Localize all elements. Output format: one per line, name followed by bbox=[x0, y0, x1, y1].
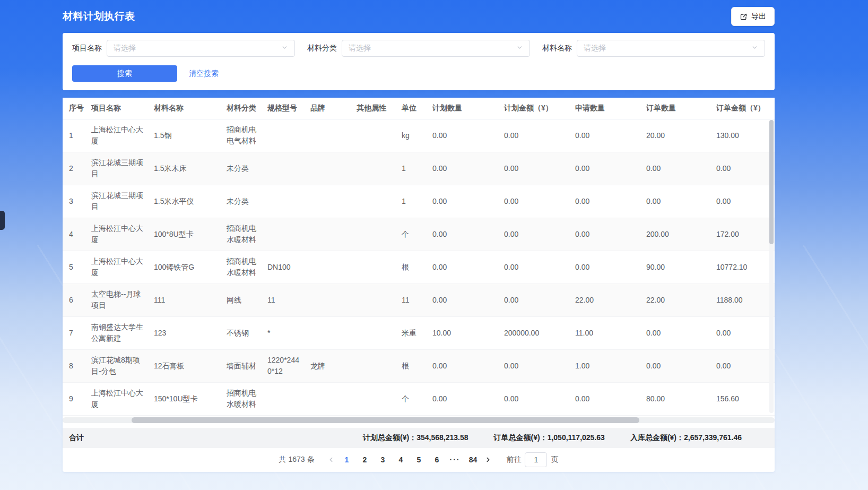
table-cell: * bbox=[261, 316, 304, 349]
table-cell: 个 bbox=[395, 382, 426, 415]
filter-field-project: 项目名称 请选择 bbox=[72, 40, 295, 57]
vertical-scrollbar-thumb[interactable] bbox=[769, 120, 774, 244]
table-row: 3滨江花城三期项目1.5米水平仪未分类10.000.000.000.000.00 bbox=[63, 185, 775, 218]
table-cell: 上海松江中心大厦 bbox=[85, 382, 147, 415]
table-cell: 0.00 bbox=[426, 218, 498, 251]
table-cell: 0.00 bbox=[569, 218, 640, 251]
table-cell bbox=[350, 382, 395, 415]
horizontal-scrollbar-thumb[interactable] bbox=[132, 417, 639, 423]
table-header-row: 序号项目名称材料名称材料分类规格型号品牌其他属性单位计划数量计划金额（¥）申请数… bbox=[63, 98, 775, 119]
column-header: 项目名称 bbox=[85, 98, 147, 119]
table-cell bbox=[350, 349, 395, 382]
column-header: 计划金额（¥） bbox=[498, 98, 569, 119]
table-cell: 太空电梯--月球项目 bbox=[85, 283, 147, 316]
material-plan-table: 序号项目名称材料名称材料分类规格型号品牌其他属性单位计划数量计划金额（¥）申请数… bbox=[63, 98, 775, 416]
table-cell: 网线 bbox=[220, 283, 261, 316]
table-cell: 200.00 bbox=[640, 218, 710, 251]
page-number-2[interactable]: 2 bbox=[357, 452, 372, 467]
table-cell bbox=[304, 251, 350, 283]
column-header: 序号 bbox=[63, 98, 85, 119]
table-cell: 7 bbox=[63, 316, 85, 349]
export-button[interactable]: 导出 bbox=[731, 7, 775, 26]
table-cell: 80.00 bbox=[640, 382, 710, 415]
table-cell bbox=[304, 283, 350, 316]
page-number-4[interactable]: 4 bbox=[393, 452, 409, 467]
table-cell: 0.00 bbox=[498, 218, 569, 251]
pagination-total-count: 共 1673 条 bbox=[279, 455, 315, 465]
table-cell: 0.00 bbox=[426, 382, 498, 415]
table-cell: 6 bbox=[63, 283, 85, 316]
horizontal-scrollbar[interactable] bbox=[63, 417, 775, 423]
table-cell: 龙牌 bbox=[304, 349, 350, 382]
next-page-button[interactable] bbox=[481, 452, 496, 467]
export-icon bbox=[740, 13, 748, 21]
material-name-select[interactable]: 请选择 bbox=[577, 40, 765, 57]
material-category-select[interactable]: 请选择 bbox=[342, 40, 530, 57]
table-cell: 不锈钢 bbox=[220, 316, 261, 349]
page-background: 材料计划执行表 导出 项目名称 请选择 bbox=[0, 0, 868, 490]
table-cell: 156.60 bbox=[710, 382, 775, 415]
table-row: 1上海松江中心大厦1.5钢招商机电电气材料kg0.000.000.0020.00… bbox=[63, 119, 775, 152]
search-button[interactable]: 搜索 bbox=[72, 65, 177, 82]
table-cell bbox=[350, 218, 395, 251]
chevron-down-icon bbox=[751, 44, 758, 53]
drawer-handle[interactable] bbox=[0, 211, 5, 230]
table-cell: 0.00 bbox=[498, 119, 569, 152]
table-cell: 9 bbox=[63, 382, 85, 415]
table-cell: DN100 bbox=[261, 251, 304, 283]
table-card: 序号项目名称材料名称材料分类规格型号品牌其他属性单位计划数量计划金额（¥）申请数… bbox=[63, 98, 775, 472]
table-cell: 米重 bbox=[395, 316, 426, 349]
table-cell: 南钢盛达大学生公寓新建 bbox=[85, 316, 147, 349]
vertical-scrollbar[interactable] bbox=[769, 120, 774, 413]
table-cell: 招商机电电气材料 bbox=[220, 119, 261, 152]
page-number-84[interactable]: 84 bbox=[465, 452, 481, 467]
table-cell: 招商机电水暖材料 bbox=[220, 382, 261, 415]
table-row: 7南钢盛达大学生公寓新建123不锈钢*米重10.00200000.0011.00… bbox=[63, 316, 775, 349]
table-cell: 0.00 bbox=[569, 119, 640, 152]
table-cell: 0.00 bbox=[569, 251, 640, 283]
table-cell: 未分类 bbox=[220, 152, 261, 185]
table-cell: 0.00 bbox=[569, 185, 640, 218]
table-cell bbox=[304, 119, 350, 152]
goto-page-label: 前往 bbox=[506, 455, 521, 465]
table-cell: 10.00 bbox=[426, 316, 498, 349]
page-title: 材料计划执行表 bbox=[63, 10, 135, 23]
project-name-select[interactable]: 请选择 bbox=[107, 40, 295, 57]
table-cell: 墙面辅材 bbox=[220, 349, 261, 382]
goto-page-input[interactable] bbox=[525, 452, 547, 467]
table-cell: 200000.00 bbox=[498, 316, 569, 349]
table-cell: 0.00 bbox=[710, 349, 775, 382]
table-row: 9上海松江中心大厦150*10U型卡招商机电水暖材料个0.000.000.008… bbox=[63, 382, 775, 415]
table-cell: 8 bbox=[63, 349, 85, 382]
export-button-label: 导出 bbox=[751, 12, 766, 21]
column-header: 单位 bbox=[395, 98, 426, 119]
chevron-down-icon bbox=[281, 44, 288, 53]
page-number-6[interactable]: 6 bbox=[429, 452, 445, 467]
column-header: 计划数量 bbox=[426, 98, 498, 119]
column-header: 订单金额（¥） bbox=[710, 98, 775, 119]
material-category-label: 材料分类 bbox=[307, 44, 337, 53]
table-cell bbox=[304, 316, 350, 349]
prev-page-button[interactable] bbox=[324, 452, 338, 467]
table-cell: 22.00 bbox=[569, 283, 640, 316]
goto-page-suffix: 页 bbox=[551, 455, 558, 465]
table-cell: 111 bbox=[147, 283, 220, 316]
summary-total-label: 合计 bbox=[69, 433, 84, 443]
table-cell: kg bbox=[395, 119, 426, 152]
page-number-3[interactable]: 3 bbox=[375, 452, 390, 467]
table-cell: 0.00 bbox=[426, 283, 498, 316]
pagination: 共 1673 条 123456···84 前往 页 bbox=[63, 448, 775, 472]
page-number-1[interactable]: 1 bbox=[338, 452, 354, 467]
column-header: 申请数量 bbox=[569, 98, 640, 119]
table-cell: 5 bbox=[63, 251, 85, 283]
table-cell bbox=[350, 119, 395, 152]
clear-search-link[interactable]: 清空搜索 bbox=[189, 69, 219, 79]
filter-field-material-category: 材料分类 请选择 bbox=[307, 40, 530, 57]
table-cell: 0.00 bbox=[569, 382, 640, 415]
table-cell bbox=[350, 185, 395, 218]
select-placeholder: 请选择 bbox=[349, 44, 371, 53]
page-number-5[interactable]: 5 bbox=[411, 452, 427, 467]
table-cell: 3 bbox=[63, 185, 85, 218]
more-pages-icon[interactable]: ··· bbox=[447, 455, 463, 464]
select-placeholder: 请选择 bbox=[584, 44, 606, 53]
